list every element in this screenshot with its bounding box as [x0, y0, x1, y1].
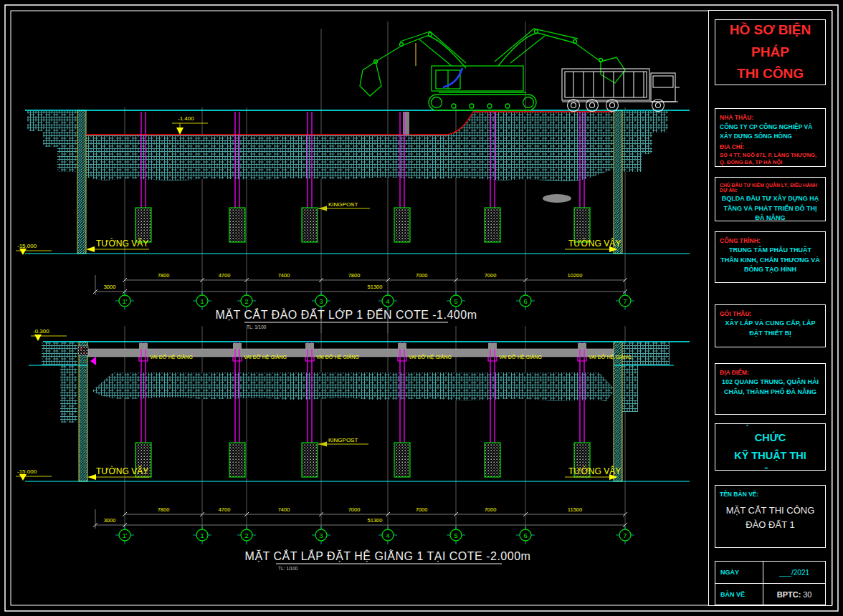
svg-text:3: 3	[319, 298, 323, 305]
dimension-total: 51300	[368, 517, 383, 524]
brace-label: VAI ĐỠ HỆ GIẰNG	[409, 354, 452, 360]
dimension-text: 7400	[278, 272, 290, 279]
pile-cap	[135, 208, 151, 242]
svg-text:3: 3	[319, 532, 323, 539]
soil-berm	[92, 372, 615, 401]
pile-cap	[574, 208, 590, 242]
drawing-name-label: TÊN BẢN VẼ:	[720, 491, 821, 498]
svg-text:-0.300: -0.300	[33, 328, 49, 335]
diaphragm-wall-right	[614, 110, 622, 254]
pile-cap	[485, 208, 500, 242]
svg-text:TƯỜNG VÂY: TƯỜNG VÂY	[96, 238, 148, 249]
kingposts-bottom	[141, 342, 584, 463]
drawing-name: MẶT CẮT THI CÔNG ĐÀO ĐẤT 1	[720, 504, 821, 531]
svg-text:2: 2	[244, 298, 248, 305]
diaphragm-wall-left	[79, 342, 87, 481]
svg-text:-15.000: -15.000	[17, 243, 37, 249]
drawing-sheet: KINGPOST -1.400 -15.000 TƯỜNG VÂY TƯỜNG …	[0, 0, 843, 616]
svg-text:4: 4	[386, 298, 389, 305]
kingpost-label: KINGPOST	[328, 201, 358, 208]
dimension-text: 4700	[219, 272, 231, 279]
wall-annotation-right-bottom: TƯỜNG VÂY	[565, 466, 621, 480]
drawing-name-box: TÊN BẢN VẼ: MẶT CẮT THI CÔNG ĐÀO ĐẤT 1	[715, 485, 826, 548]
soil-below-excavation	[86, 112, 614, 181]
document-title-line1: HỒ SƠ BIỆN PHÁP	[720, 19, 821, 63]
grid-bubble: 6	[516, 526, 535, 544]
sheet-label: BẢN VẼ	[715, 584, 763, 605]
dimension-text: 11500	[568, 506, 582, 513]
investor-label: CHỦ ĐẦU TƯ KIÊM QUẢN LÝ, ĐIỀU HÀNH DỰ ÁN…	[720, 183, 821, 193]
grid-bubble: 2	[237, 292, 256, 310]
grid-bubble: 1'	[115, 526, 134, 544]
pile-cap	[394, 443, 410, 477]
grid-bubble: 1	[193, 292, 211, 310]
grid-bubbles-bottom: 1' 1 2 3 4 5 6 7	[115, 526, 634, 544]
brace-label: VAI ĐỠ HỆ GIẰNG	[244, 354, 287, 360]
kingpost-label: KINGPOST	[328, 437, 358, 443]
soil-outside-left	[42, 342, 77, 423]
grid-bubble: 5	[447, 292, 465, 310]
top-section-title: MẶT CẮT ĐÀO ĐẤT LỚP 1 ĐẾN COTE -1.400m	[216, 308, 477, 321]
brace-label: VAI ĐỠ HỆ GIẰNG	[589, 354, 632, 360]
svg-text:TƯỜNG VÂY: TƯỜNG VÂY	[568, 466, 621, 476]
grid-bubble: 5	[447, 526, 465, 544]
kingpost-annotation-bottom: KINGPOST	[318, 437, 368, 447]
dimension-offset: 3000	[104, 517, 116, 524]
svg-text:5: 5	[454, 298, 457, 305]
dimensions-bottom: 7800 4700 7400 7000 7000 7000 11500 3000…	[93, 506, 627, 529]
top-section: KINGPOST -1.400 -15.000 TƯỜNG VÂY TƯỜNG …	[16, 21, 690, 333]
dimension-text: 7000	[348, 506, 361, 513]
address-label: ĐỊA CHỈ:	[720, 143, 821, 150]
bottom-section-title: MẶT CẮT LẮP ĐẶT HỆ GIẰNG 1 TẠI COTE -2.0…	[245, 549, 531, 562]
wall-annotation-left-top: TƯỜNG VÂY	[86, 238, 149, 252]
location-name: 102 QUANG TRUNG, QUẬN HẢI CHÂU, THÀNH PH…	[720, 377, 821, 397]
method-title-line2: KỸ THUẬT THI CÔNG	[720, 447, 821, 471]
post-caps	[139, 343, 586, 349]
dimensions-top: 7800 4700 7400 7800 7000 7000 10200 3000…	[93, 272, 627, 295]
document-title-box: HỒ SƠ BIỆN PHÁP THI CÔNG	[715, 19, 826, 85]
sheet-row: BẢN VẼ BPTC: 30	[715, 583, 825, 605]
svg-text:1': 1'	[123, 298, 128, 305]
sheet-number: 30	[803, 590, 811, 599]
pile-cap	[302, 443, 318, 477]
date-value: ___/2021	[763, 569, 825, 577]
pile-caps-top	[135, 208, 590, 242]
svg-text:-15.000: -15.000	[17, 468, 37, 475]
soil-hatch-top	[27, 111, 668, 181]
pile-cap	[302, 208, 318, 242]
revision-table: NGÀY ___/2021 BẢN VẼ BPTC: 30	[715, 561, 826, 605]
title-block: HỒ SƠ BIỆN PHÁP THI CÔNG NHÀ THẦU: CÔNG …	[708, 10, 832, 606]
drawing-name-line2: ĐÀO ĐẤT 1	[720, 518, 821, 532]
svg-text:4: 4	[386, 532, 389, 539]
kingpost-annotation-top: KINGPOST	[318, 201, 370, 211]
brace-label: VAI ĐỠ HỆ GIẰNG	[499, 354, 542, 360]
svg-text:7: 7	[623, 532, 627, 539]
project-label: CÔNG TRÌNH:	[720, 237, 821, 244]
svg-text:TƯỜNG VÂY: TƯỜNG VÂY	[568, 238, 621, 249]
dimension-total: 51300	[368, 284, 383, 290]
diaphragm-wall-left	[77, 110, 86, 254]
bottom-section-scale: TL: 1/100	[278, 566, 298, 571]
package-box: GÓI THẦU: XÂY LẮP VÀ CUNG CẤP, LẮP ĐẶT T…	[715, 304, 826, 347]
package-name: XÂY LẮP VÀ CUNG CẤP, LẮP ĐẶT THIẾT BỊ	[720, 319, 821, 338]
brace-label: VAI ĐỠ HỆ GIẰNG	[316, 354, 359, 360]
elevation-marker-top-bottom-section: -0.300	[31, 328, 67, 341]
excavator-drawing	[360, 29, 625, 110]
grid-bubble: 4	[378, 526, 397, 544]
dimension-text: 7800	[158, 272, 170, 279]
project-box: CÔNG TRÌNH: TRUNG TÂM PHẪU THUẬT THẦN KI…	[715, 231, 826, 283]
location-label: ĐỊA ĐIỂM:	[720, 369, 821, 376]
svg-text:2: 2	[244, 532, 248, 539]
grid-bubble: 7	[616, 526, 634, 544]
project-name: TRUNG TÂM PHẪU THUẬT THẦN KINH, CHẤN THƯ…	[720, 246, 821, 275]
bottom-section: VAI ĐỠ HỆ GIẰNG VAI ĐỠ HỆ GIẰNG VAI ĐỠ H…	[16, 317, 690, 571]
wall-annotation-right-top: TƯỜNG VÂY	[565, 238, 621, 252]
contractor-box: NHÀ THẦU: CÔNG TY CP CÔNG NGHIỆP VÀ XÂY …	[715, 108, 826, 167]
method-title-box: BIỆN PHÁP TỔ CHỨC KỸ THUẬT THI CÔNG	[715, 423, 826, 471]
date-row: NGÀY ___/2021	[715, 562, 825, 583]
diaphragm-wall-right	[614, 342, 622, 481]
contractor-label: NHÀ THẦU:	[720, 114, 821, 121]
grid-bubble: 7	[616, 292, 634, 310]
soil-outside-right	[622, 111, 668, 172]
dimension-text: 7000	[485, 506, 497, 513]
